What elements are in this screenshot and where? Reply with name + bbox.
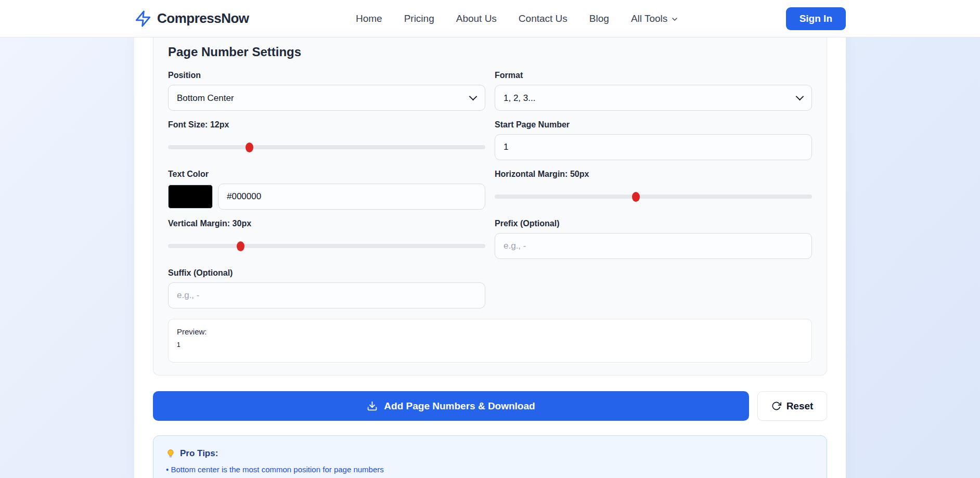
brand-name: CompressNow — [157, 10, 249, 27]
nav-pricing[interactable]: Pricing — [404, 13, 434, 24]
format-field: Format 1, 2, 3... — [495, 71, 812, 111]
empty-cell — [495, 268, 812, 308]
color-swatch[interactable] — [168, 185, 213, 209]
vertical-margin-slider[interactable] — [168, 241, 485, 251]
font-size-slider[interactable] — [168, 143, 485, 152]
sign-in-button[interactable]: Sign In — [786, 7, 846, 30]
main-content: Page Number Settings Position Bottom Cen… — [134, 37, 846, 478]
page-number-settings-card: Page Number Settings Position Bottom Cen… — [153, 37, 827, 376]
all-tools-label: All Tools — [631, 13, 667, 24]
start-page-label: Start Page Number — [495, 120, 812, 130]
horizontal-margin-label: Horizontal Margin: 50px — [495, 170, 812, 179]
download-button-label: Add Page Numbers & Download — [384, 401, 535, 412]
position-label: Position — [168, 71, 485, 80]
nav-all-tools-dropdown[interactable]: All Tools — [631, 13, 679, 24]
prefix-field: Prefix (Optional) — [495, 219, 812, 259]
pro-tips-title: Pro Tips: — [180, 448, 218, 459]
prefix-input[interactable] — [495, 233, 812, 259]
nav-about-us[interactable]: About Us — [456, 13, 497, 24]
position-select[interactable]: Bottom Center — [168, 85, 485, 111]
chevron-down-icon — [670, 15, 679, 23]
preview-label: Preview: — [177, 327, 803, 336]
add-page-numbers-download-button[interactable]: Add Page Numbers & Download — [153, 391, 749, 421]
lightbulb-icon — [166, 449, 175, 458]
nav-home[interactable]: Home — [356, 13, 382, 24]
horizontal-margin-field: Horizontal Margin: 50px — [495, 170, 812, 210]
start-page-input[interactable] — [495, 134, 812, 160]
brand-logo[interactable]: CompressNow — [134, 10, 249, 28]
vertical-margin-label: Vertical Margin: 30px — [168, 219, 485, 228]
format-label: Format — [495, 71, 812, 80]
settings-title: Page Number Settings — [168, 45, 812, 59]
nav-contact-us[interactable]: Contact Us — [519, 13, 568, 24]
format-select[interactable]: 1, 2, 3... — [495, 85, 812, 111]
preview-value: 1 — [177, 341, 803, 348]
text-color-field: Text Color — [168, 170, 485, 210]
color-hex-input[interactable] — [218, 184, 485, 210]
action-buttons-row: Add Page Numbers & Download Reset — [153, 391, 827, 421]
vertical-margin-field: Vertical Margin: 30px — [168, 219, 485, 259]
main-nav: Home Pricing About Us Contact Us Blog Al… — [356, 13, 679, 24]
settings-form: Position Bottom Center Format 1, 2, 3... — [168, 71, 812, 308]
text-color-label: Text Color — [168, 170, 485, 179]
reset-refresh-icon — [771, 401, 781, 411]
lightning-bolt-icon — [134, 10, 152, 28]
pro-tips-panel: Pro Tips: • Bottom center is the most co… — [153, 435, 827, 478]
suffix-field: Suffix (Optional) — [168, 268, 485, 308]
pro-tip-item: • Bottom center is the most common posit… — [166, 465, 812, 474]
suffix-input[interactable] — [168, 282, 485, 308]
start-page-field: Start Page Number — [495, 120, 812, 160]
preview-box: Preview: 1 — [168, 319, 812, 363]
download-icon — [367, 401, 378, 411]
font-size-field: Font Size: 12px — [168, 120, 485, 160]
horizontal-margin-slider[interactable] — [495, 192, 812, 202]
prefix-label: Prefix (Optional) — [495, 219, 812, 228]
reset-button-label: Reset — [786, 401, 814, 412]
nav-blog[interactable]: Blog — [589, 13, 609, 24]
reset-button[interactable]: Reset — [757, 391, 827, 421]
position-field: Position Bottom Center — [168, 71, 485, 111]
top-navbar: CompressNow Home Pricing About Us Contac… — [0, 0, 980, 37]
suffix-label: Suffix (Optional) — [168, 268, 485, 278]
font-size-label: Font Size: 12px — [168, 120, 485, 130]
